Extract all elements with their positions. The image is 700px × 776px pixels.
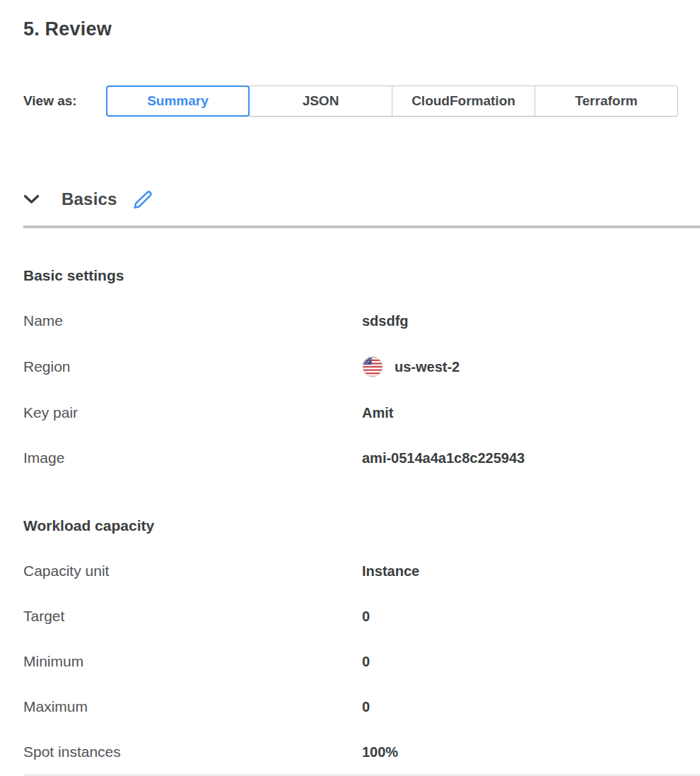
- tab-terraform[interactable]: Terraform: [535, 86, 678, 117]
- row-value: Amit: [362, 403, 393, 423]
- tab-summary[interactable]: Summary: [106, 86, 250, 117]
- page-title: 5. Review: [23, 0, 700, 40]
- view-as-label: View as:: [23, 93, 106, 109]
- tab-json[interactable]: JSON: [249, 86, 392, 117]
- row-label: Image: [23, 448, 362, 468]
- row-label: Capacity unit: [23, 561, 362, 581]
- chevron-down-icon[interactable]: [23, 194, 45, 204]
- row-minimum: Minimum 0: [23, 652, 700, 671]
- row-value: Instance: [362, 561, 419, 581]
- row-spot-instances: Spot instances 100%: [23, 742, 700, 762]
- group-heading-workload-capacity: Workload capacity: [23, 515, 700, 536]
- row-label: Target: [23, 606, 362, 626]
- row-value: sdsdfg: [362, 311, 409, 331]
- tab-cloudformation[interactable]: CloudFormation: [392, 86, 535, 117]
- row-image: Image ami-0514a4a1c8c225943: [23, 448, 700, 468]
- basic-settings-group: Basic settings Name sdsdfg Region: [23, 265, 700, 468]
- basics-section-title: Basics: [62, 189, 117, 209]
- row-key-pair: Key pair Amit: [23, 403, 700, 423]
- row-value: us-west-2: [362, 356, 460, 377]
- row-value: 0: [362, 697, 370, 717]
- basics-section-divider: [23, 225, 700, 228]
- workload-capacity-group: Workload capacity Capacity unit Instance…: [23, 515, 700, 762]
- row-region: Region: [23, 356, 700, 377]
- row-value: 100%: [362, 742, 398, 762]
- row-label: Maximum: [23, 697, 362, 717]
- view-as-row: View as: Summary JSON CloudFormation Ter…: [23, 86, 700, 117]
- review-page: 5. Review View as: Summary JSON CloudFor…: [0, 0, 700, 776]
- basics-section-header: Basics: [23, 185, 700, 213]
- row-label: Minimum: [23, 652, 362, 671]
- row-label: Key pair: [23, 403, 362, 423]
- row-label: Region: [23, 357, 362, 377]
- pencil-edit-icon[interactable]: [133, 189, 153, 210]
- group-heading-basic-settings: Basic settings: [23, 265, 700, 286]
- view-as-tab-group: Summary JSON CloudFormation Terraform: [106, 86, 678, 117]
- row-label: Spot instances: [23, 742, 362, 762]
- row-target: Target 0: [23, 606, 700, 626]
- region-value-text: us-west-2: [395, 357, 460, 377]
- row-value: ami-0514a4a1c8c225943: [362, 448, 525, 468]
- row-label: Name: [23, 311, 362, 331]
- row-value: 0: [362, 652, 370, 671]
- row-value: 0: [362, 606, 370, 626]
- row-maximum: Maximum 0: [23, 697, 700, 717]
- row-name: Name sdsdfg: [23, 311, 700, 331]
- us-flag-icon: [362, 356, 383, 377]
- row-capacity-unit: Capacity unit Instance: [23, 561, 700, 581]
